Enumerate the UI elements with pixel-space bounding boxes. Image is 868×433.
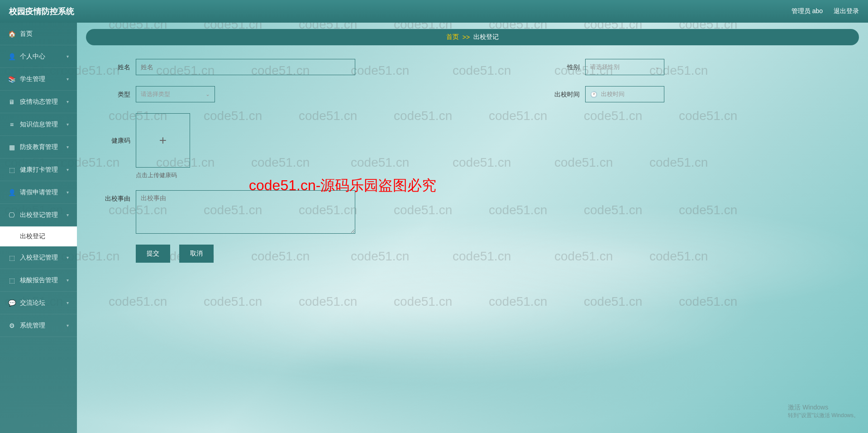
user-icon: 👤 xyxy=(8,189,15,196)
home-icon: 🏠 xyxy=(8,30,15,38)
gender-label: 性别 xyxy=(553,59,585,75)
sidebar-item-label: 知识信息管理 xyxy=(20,120,58,129)
sidebar-item-students[interactable]: 📚 学生管理 ▾ xyxy=(0,68,77,91)
breadcrumb: 首页 >> 出校登记 xyxy=(86,29,859,45)
chevron-down-icon: ▾ xyxy=(67,122,69,127)
sidebar-item-label: 健康打卡管理 xyxy=(20,166,58,174)
chevron-down-icon: ▾ xyxy=(67,323,69,328)
chevron-down-icon: ▾ xyxy=(67,77,69,82)
out-time-placeholder: 出校时间 xyxy=(601,90,625,98)
sidebar-item-forum[interactable]: 💬 交流论坛 ▾ xyxy=(0,292,77,314)
sidebar-item-home[interactable]: 🏠 首页 xyxy=(0,23,77,45)
sidebar-item-label: 入校登记管理 xyxy=(20,254,58,262)
gender-placeholder: 请选择性别 xyxy=(590,63,620,71)
sidebar-item-label: 疫情动态管理 xyxy=(20,98,58,106)
list-icon: ≡ xyxy=(8,121,15,128)
chevron-down-icon: ▾ xyxy=(67,167,69,172)
sidebar-item-label: 首页 xyxy=(20,30,33,38)
sidebar-item-epidemic[interactable]: 🖥 疫情动态管理 ▾ xyxy=(0,91,77,113)
chevron-down-icon: ▾ xyxy=(67,99,69,104)
monitor-icon: 🖥 xyxy=(8,98,15,106)
reason-textarea[interactable] xyxy=(136,190,355,234)
chevron-down-icon: ▾ xyxy=(67,212,69,217)
app-title: 校园疫情防控系统 xyxy=(9,6,74,17)
sidebar-item-label: 系统管理 xyxy=(20,322,45,330)
type-label: 类型 xyxy=(104,86,136,102)
chevron-down-icon: ▾ xyxy=(67,54,69,59)
user-label[interactable]: 管理员 abo xyxy=(792,7,823,15)
sidebar-item-leave-request[interactable]: 👤 请假申请管理 ▾ xyxy=(0,181,77,204)
gear-icon: ⚙ xyxy=(8,322,15,329)
header: 校园疫情防控系统 管理员 abo 退出登录 xyxy=(0,0,868,23)
sidebar-item-label: 防疫教育管理 xyxy=(20,143,58,151)
square-icon: ⬚ xyxy=(8,277,15,284)
chevron-down-icon: ▾ xyxy=(67,278,69,283)
chevron-down-icon: ▾ xyxy=(67,190,69,195)
main-content: 首页 >> 出校登记 姓名 性别 请选择性别 ⌄ xyxy=(77,23,868,433)
sidebar: 🏠 首页 👤 个人中心 ▾ 📚 学生管理 ▾ 🖥 疫情动态管理 ▾ ≡ 知识信息… xyxy=(0,23,77,433)
sidebar-item-label: 个人中心 xyxy=(20,53,45,61)
type-select[interactable]: 请选择类型 ⌄ xyxy=(136,86,215,102)
reason-label: 出校事由 xyxy=(104,190,136,207)
cancel-button[interactable]: 取消 xyxy=(179,245,214,263)
clock-icon: 🕐 xyxy=(590,91,597,98)
breadcrumb-home[interactable]: 首页 xyxy=(446,33,459,41)
name-input[interactable] xyxy=(136,59,355,75)
out-time-label: 出校时间 xyxy=(553,86,585,102)
sidebar-item-knowledge[interactable]: ≡ 知识信息管理 ▾ xyxy=(0,113,77,136)
chevron-down-icon: ▾ xyxy=(67,255,69,260)
sidebar-item-prevention-edu[interactable]: ▦ 防疫教育管理 ▾ xyxy=(0,136,77,159)
sidebar-item-label: 学生管理 xyxy=(20,75,45,83)
sidebar-item-exit-register[interactable]: 🖵 出校登记管理 ▾ xyxy=(0,204,77,226)
sidebar-item-nucleic-acid[interactable]: ⬚ 核酸报告管理 ▾ xyxy=(0,269,77,292)
sidebar-item-label: 核酸报告管理 xyxy=(20,276,58,284)
sidebar-subitem-exit-register[interactable]: 出校登记 xyxy=(0,226,77,246)
square-icon: ⬚ xyxy=(8,166,15,173)
chevron-down-icon: ⌄ xyxy=(205,91,210,97)
sidebar-item-profile[interactable]: 👤 个人中心 ▾ xyxy=(0,45,77,68)
name-label: 姓名 xyxy=(104,59,136,75)
submit-button[interactable]: 提交 xyxy=(136,245,170,263)
sidebar-item-system[interactable]: ⚙ 系统管理 ▾ xyxy=(0,314,77,337)
sidebar-item-entry-register[interactable]: ⬚ 入校登记管理 ▾ xyxy=(0,246,77,269)
screen-icon: 🖵 xyxy=(8,212,15,219)
type-placeholder: 请选择类型 xyxy=(141,90,170,98)
out-time-input[interactable]: 🕐 出校时间 xyxy=(585,86,664,102)
chevron-down-icon: ▾ xyxy=(67,144,69,149)
grid-icon: ▦ xyxy=(8,144,15,151)
breadcrumb-current: 出校登记 xyxy=(473,33,499,41)
breadcrumb-sep: >> xyxy=(463,34,470,41)
health-code-label: 健康码 xyxy=(104,113,136,168)
sidebar-item-label: 请假申请管理 xyxy=(20,188,58,197)
plus-icon: + xyxy=(159,133,167,148)
activate-windows: 激活 Windows 转到"设置"以激活 Windows。 xyxy=(788,404,859,419)
chat-icon: 💬 xyxy=(8,299,15,307)
user-icon: 👤 xyxy=(8,53,15,60)
sidebar-item-health-checkin[interactable]: ⬚ 健康打卡管理 ▾ xyxy=(0,159,77,181)
upload-hint: 点击上传健康码 xyxy=(136,171,190,179)
book-icon: 📚 xyxy=(8,76,15,83)
logout-link[interactable]: 退出登录 xyxy=(834,7,859,15)
gender-select[interactable]: 请选择性别 ⌄ xyxy=(585,59,664,75)
chevron-down-icon: ⌄ xyxy=(655,64,659,70)
square-icon: ⬚ xyxy=(8,254,15,261)
sidebar-item-label: 交流论坛 xyxy=(20,299,45,307)
sidebar-item-label: 出校登记管理 xyxy=(20,211,58,219)
health-code-upload[interactable]: + xyxy=(136,113,190,168)
chevron-down-icon: ▾ xyxy=(67,300,69,305)
